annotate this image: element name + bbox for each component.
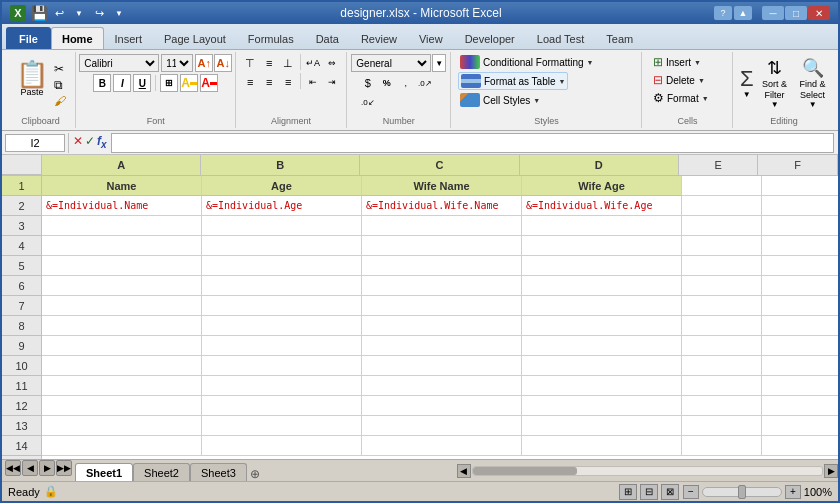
grid-cell[interactable] [202,436,362,456]
grid-cell[interactable] [42,256,202,276]
grid-cell[interactable]: &=Individual.Wife.Age [522,196,682,216]
fill-color-button[interactable]: A [180,74,198,92]
tab-insert[interactable]: Insert [104,27,154,49]
sheet-tab-sheet2[interactable]: Sheet2 [133,463,190,481]
tab-review[interactable]: Review [350,27,408,49]
confirm-formula-icon[interactable]: ✓ [85,134,95,150]
grid-cell[interactable] [522,436,682,456]
grid-cell[interactable] [522,376,682,396]
row-header-2[interactable]: 2 [2,196,41,216]
grid-cell[interactable] [682,396,762,416]
row-header-8[interactable]: 8 [2,316,41,336]
cell-reference-box[interactable] [5,134,65,152]
grid-cell[interactable] [42,396,202,416]
grid-cell[interactable] [682,276,762,296]
row-header-11[interactable]: 11 [2,376,41,396]
decrease-decimal-button[interactable]: .0↙ [359,93,377,111]
grid-cell[interactable] [762,216,838,236]
redo-qa-button[interactable]: ↪ [90,4,108,22]
grid-cell[interactable]: &=Individual.Name [42,196,202,216]
formula-input[interactable] [111,133,834,153]
grid-cell[interactable] [42,376,202,396]
grid-cell[interactable] [522,356,682,376]
undo-dropdown-button[interactable]: ▼ [70,4,88,22]
h-scrollbar[interactable]: ◀ ▶ [457,460,839,481]
col-header-f[interactable]: F [758,155,838,175]
grid-cell[interactable] [762,376,838,396]
row-header-12[interactable]: 12 [2,396,41,416]
grid-cell[interactable] [682,316,762,336]
wrap-text-button[interactable]: ↵A [304,54,322,72]
zoom-out-button[interactable]: − [683,485,699,499]
increase-font-button[interactable]: A↑ [195,54,213,72]
underline-button[interactable]: U [133,74,151,92]
grid-cell[interactable] [762,236,838,256]
grid-cell[interactable] [522,336,682,356]
font-size-select[interactable]: 11 [161,54,193,72]
grid-cell[interactable] [362,336,522,356]
grid-cell[interactable] [42,416,202,436]
grid-cell[interactable] [762,296,838,316]
copy-button[interactable]: ⧉ [54,78,66,92]
align-top-button[interactable]: ⊤ [241,54,259,72]
increase-decimal-button[interactable]: .0↗ [416,74,434,92]
grid-cell[interactable] [522,256,682,276]
percent-button[interactable]: % [378,74,396,92]
font-family-select[interactable]: Calibri [79,54,159,72]
grid-cell[interactable] [202,216,362,236]
grid-cell[interactable] [362,356,522,376]
grid-cell[interactable]: Wife Name [362,176,522,196]
grid-cell[interactable] [682,356,762,376]
grid-cell[interactable] [362,396,522,416]
row-header-9[interactable]: 9 [2,336,41,356]
align-middle-button[interactable]: ≡ [260,54,278,72]
align-right-button[interactable]: ≡ [279,73,297,91]
grid-cell[interactable] [202,316,362,336]
col-header-c[interactable]: C [360,155,519,175]
row-header-6[interactable]: 6 [2,276,41,296]
scroll-right-button[interactable]: ▶ [824,464,838,478]
insert-button[interactable]: ⊞ Insert ▼ [649,54,705,70]
grid-cell[interactable] [522,296,682,316]
tab-page-layout[interactable]: Page Layout [153,27,237,49]
normal-view-button[interactable]: ⊞ [619,484,637,500]
sheet-nav-prev[interactable]: ◀ [22,460,38,476]
page-break-view-button[interactable]: ⊠ [661,484,679,500]
tab-data[interactable]: Data [305,27,350,49]
sheet-nav-next[interactable]: ▶ [39,460,55,476]
comma-button[interactable]: , [397,74,415,92]
h-scrollbar-thumb[interactable] [473,467,578,475]
grid-cell[interactable] [682,256,762,276]
increase-indent-button[interactable]: ⇥ [323,73,341,91]
format-as-table-button[interactable]: Format as Table ▼ [458,72,568,90]
tab-team[interactable]: Team [595,27,644,49]
row-header-5[interactable]: 5 [2,256,41,276]
col-header-e[interactable]: E [679,155,759,175]
grid-cell[interactable] [42,336,202,356]
grid-cell[interactable] [202,256,362,276]
grid-cell[interactable] [762,316,838,336]
align-left-button[interactable]: ≡ [241,73,259,91]
align-center-button[interactable]: ≡ [260,73,278,91]
grid-cell[interactable] [522,416,682,436]
grid-cell[interactable] [682,196,762,216]
grid-cell[interactable] [682,296,762,316]
paste-button[interactable]: 📋 Paste [12,58,52,108]
grid-cell[interactable] [762,176,838,196]
grid-cell[interactable] [42,436,202,456]
grid-cell[interactable] [682,336,762,356]
row-header-7[interactable]: 7 [2,296,41,316]
grid-cell[interactable] [42,356,202,376]
bold-button[interactable]: B [93,74,111,92]
align-bottom-button[interactable]: ⊥ [279,54,297,72]
grid-cell[interactable] [762,336,838,356]
sheet-tab-sheet3[interactable]: Sheet3 [190,463,247,481]
zoom-slider[interactable] [702,487,782,497]
grid-cell[interactable]: Wife Age [522,176,682,196]
grid-cell[interactable] [762,276,838,296]
grid-cell[interactable] [682,236,762,256]
grid-cell[interactable] [202,236,362,256]
find-select-button[interactable]: 🔍 Find &Select ▼ [796,57,830,110]
grid-cell[interactable] [202,396,362,416]
grid-cell[interactable] [362,436,522,456]
